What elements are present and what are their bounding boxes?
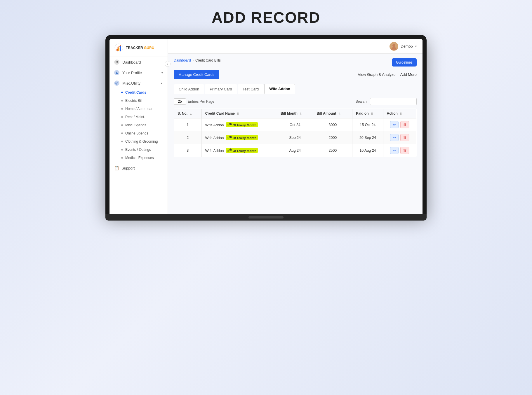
table-row: 1 Wife Addon 5th Of Every Month Oct 24 3… [174,118,417,131]
col-header-bill-month: Bill Month ⇅ [277,109,313,118]
user-name: Demo5 [401,44,413,48]
cell-card-name: Wife Addon 5th Of Every Month [201,144,277,157]
cell-sno: 1 [174,118,202,131]
edit-button[interactable]: ✏ [390,134,399,141]
breadcrumb-separator: › [193,59,194,62]
sidebar-subitem-home-auto-loan[interactable]: Home / Auto Loan [117,105,168,113]
profile-chevron: ▾ [161,71,163,74]
cell-sno: 3 [174,144,202,157]
page-content: Dashboard › Credit Card Bills Guidelines… [168,54,423,214]
sidebar-subitem-online-spends[interactable]: Online Spends [117,129,168,137]
tab-label-test-card: Test Card [243,87,259,91]
sort-icon-action: ⇅ [400,112,402,115]
cell-bill-amount: 2500 [313,144,352,157]
cell-bill-amount: 2000 [313,131,352,144]
tab-label-child-addon: Child Addon [179,87,199,91]
edit-button[interactable]: ✏ [390,147,399,154]
cell-bill-month: Sep 24 [277,131,313,144]
sort-icon-bill-amount: ⇅ [338,112,341,115]
logo-icon [114,43,124,53]
sidebar-collapse-button[interactable]: ‹ [165,61,171,67]
col-header-action: Action ⇅ [383,109,416,118]
subitem-dot-electric-bill [121,100,123,102]
delete-button[interactable]: 🗑 [400,147,409,154]
support-label: Support [121,166,135,170]
logo-text: TRACKER GURU [126,46,154,50]
sidebar-item-dashboard[interactable]: Dashboard [109,57,168,67]
svg-rect-6 [116,62,117,63]
entries-label: Entries Per Page [188,99,214,104]
svg-rect-3 [120,46,121,51]
svg-rect-7 [117,62,118,63]
sidebar-subitem-events-outings[interactable]: Events / Outings [117,146,168,154]
subitem-label-clothing-grooming: Clothing & Grooming [125,139,158,144]
top-nav: Demo5 ▾ [168,39,423,54]
sidebar-subitem-misc-spends[interactable]: Misc. Spends [117,121,168,129]
tabs-row: Child Addon Primary Card Test Card Wife … [174,84,417,94]
svg-rect-4 [116,61,117,62]
data-table: S. No. ▲ Credit Card Name ⇅ Bill Month ⇅ [174,109,417,157]
search-input[interactable] [370,98,417,105]
table-row: 3 Wife Addon 5th Of Every Month Aug 24 2… [174,144,417,157]
sidebar-subitem-credit-cards[interactable]: Credit Cards [117,88,168,97]
laptop-frame: TRACKER GURU ‹ Dashboard [105,35,427,221]
subitem-dot-clothing-grooming [121,141,123,142]
main-content: Demo5 ▾ Dashboard › Credit Card Bills [168,39,423,214]
subitem-label-events-outings: Events / Outings [125,148,151,152]
delete-button[interactable]: 🗑 [400,134,409,141]
tab-wife-addon[interactable]: Wife Addon [264,84,295,94]
cell-action: ✏ 🗑 [383,118,416,131]
edit-button[interactable]: ✏ [390,121,399,128]
entries-per-page-input[interactable] [174,98,186,105]
subitem-label-medical-expenses: Medical Expenses [125,156,154,160]
cell-action: ✏ 🗑 [383,144,416,157]
misc-chevron: ▲ [160,82,163,85]
tab-test-card[interactable]: Test Card [238,84,264,94]
subitem-dot-credit-cards [121,92,123,93]
subitem-label-rent-maint: Rent / Maint. [125,115,145,119]
badge-due-date: 5th Of Every Month [226,135,258,140]
subitem-dot-home-auto-loan [121,108,123,110]
col-header-paid-on: Paid on ⇅ [352,109,383,118]
svg-rect-5 [117,61,118,62]
subitem-label-online-spends: Online Spends [125,131,148,135]
sort-icon-bill-month: ⇅ [300,112,302,115]
sidebar-item-your-profile[interactable]: Your Profile ▾ [109,67,168,78]
sidebar-subitem-rent-maint[interactable]: Rent / Maint. [117,113,168,121]
cell-bill-amount: 3000 [313,118,352,131]
add-more-link[interactable]: Add More [400,72,417,77]
search-label: Search: [356,99,368,104]
user-menu[interactable]: Demo5 ▾ [390,42,417,51]
col-header-card-name: Credit Card Name ⇅ [201,109,277,118]
support-icon: 📋 [114,166,119,170]
view-graph-link[interactable]: View Graph & Analyze [358,72,396,77]
tab-primary-card[interactable]: Primary Card [205,84,237,94]
breadcrumb-current: Credit Card Bills [195,58,221,62]
subitem-label-home-auto-loan: Home / Auto Loan [125,107,153,111]
sidebar-item-support[interactable]: 📋 Support [109,163,168,173]
subitem-dot-events-outings [121,149,123,151]
cell-paid-on: 15 Oct 24 [352,118,383,131]
breadcrumb-home[interactable]: Dashboard [174,58,191,62]
cell-card-name: Wife Addon 5th Of Every Month [201,131,277,144]
sidebar-subitem-electric-bill[interactable]: Electric Bill [117,97,168,105]
manage-credit-cards-button[interactable]: Manage Credit Cards [174,70,219,79]
delete-button[interactable]: 🗑 [400,121,409,128]
cell-paid-on: 20 Sep 24 [352,131,383,144]
sidebar-subitem-medical-expenses[interactable]: Medical Expenses [117,154,168,162]
sidebar-item-misc-utility[interactable]: Misc.Utility ▲ [109,78,168,88]
sidebar-subitem-clothing-grooming[interactable]: Clothing & Grooming [117,137,168,146]
sort-icon-card-name: ⇅ [237,112,239,115]
subitem-label-misc-spends: Misc. Spends [125,123,146,127]
sidebar-submenu: Credit Cards Electric Bill Home / Auto L… [109,88,168,162]
entries-per-page: Entries Per Page [174,98,214,105]
dashboard-icon [114,60,119,65]
tab-child-addon[interactable]: Child Addon [174,84,204,94]
sidebar: TRACKER GURU ‹ Dashboard [109,39,168,214]
cell-paid-on: 10 Aug 24 [352,144,383,157]
guidelines-button[interactable]: Guidelines [392,58,417,67]
screen: TRACKER GURU ‹ Dashboard [109,39,423,214]
svg-point-8 [116,72,117,73]
cell-sno: 2 [174,131,202,144]
badge-due-date: 5th Of Every Month [226,148,258,153]
